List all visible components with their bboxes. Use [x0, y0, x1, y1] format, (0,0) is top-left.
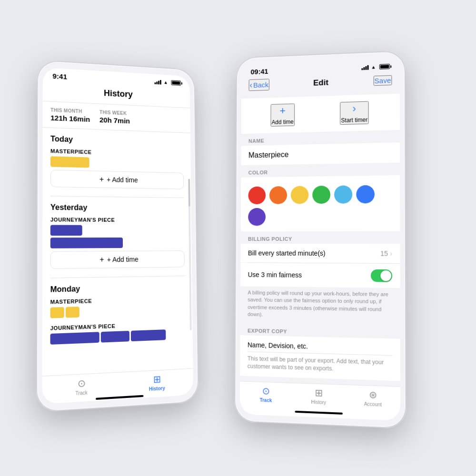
nav-track[interactable]: ⊙ Track — [42, 376, 119, 398]
signal-icon — [155, 79, 161, 84]
today-title: Today — [50, 135, 183, 148]
fairness-label: Use 3 min fairness — [248, 271, 302, 279]
name-field[interactable]: Masterpiece — [241, 142, 400, 165]
start-timer-button[interactable]: › Start timer — [340, 101, 368, 125]
right-wifi-icon: ▲ — [371, 64, 376, 69]
fairness-row: Use 3 min fairness — [240, 263, 400, 288]
bar-monday-1 — [50, 307, 64, 318]
color-purple[interactable] — [248, 208, 266, 226]
color-light-blue[interactable] — [334, 185, 352, 203]
export-field: Name, Devision, etc. This text will be p… — [240, 335, 400, 381]
plus-icon: + — [279, 105, 286, 117]
stat-month-label: THIS MONTH — [50, 108, 90, 115]
export-placeholder[interactable]: Name, Devision, etc. — [248, 341, 392, 352]
right-signal-icon — [361, 65, 368, 70]
toggle-thumb — [380, 270, 391, 281]
bill-per-minute-row[interactable]: Bill every started minute(s) 15 › — [240, 244, 400, 263]
left-phone: 9:41 ▲ History — [36, 60, 199, 413]
scrollbar-thumb[interactable] — [188, 179, 190, 207]
add-icon-yesterday: + — [99, 255, 104, 264]
bill-per-minute-value: 15 › — [380, 249, 392, 257]
name-value: Masterpiece — [248, 150, 289, 159]
action-card: + Add time › Start timer — [241, 93, 400, 134]
nav-history[interactable]: ⊞ History — [119, 372, 193, 394]
track-label: Track — [75, 390, 87, 396]
journeyman-yesterday-label: JOURNEYMAN'S PIECE — [50, 217, 184, 223]
scene: 9:41 ▲ History — [24, 24, 452, 452]
bar-monday-2 — [66, 307, 79, 318]
history-nav-label: History — [149, 386, 165, 392]
right-track-icon: ⊙ — [262, 385, 270, 397]
add-time-action-label: Add time — [272, 119, 294, 126]
color-yellow[interactable] — [291, 186, 309, 204]
right-home-bar — [295, 411, 343, 415]
edit-content: + Add time › Start timer NAME Masterpiec… — [240, 89, 400, 386]
masterpiece-monday-label: MASTERPIECE — [50, 296, 185, 305]
back-chevron-icon: ‹ — [249, 80, 252, 90]
add-icon: + — [99, 175, 104, 184]
billing-note: A billing policy will round up your work… — [240, 286, 400, 326]
monday-title: Monday — [50, 283, 185, 294]
yesterday-title: Yesterday — [50, 203, 184, 213]
stat-week-label: THIS WEEK — [99, 109, 130, 116]
track-icon: ⊙ — [77, 377, 86, 389]
masterpiece-today-bar — [50, 156, 89, 168]
right-history-icon: ⊞ — [315, 387, 323, 399]
journeyman-monday: JOURNEYMAN'S PIECE — [50, 321, 185, 345]
left-status-icons: ▲ — [155, 79, 181, 86]
masterpiece-monday: MASTERPIECE — [50, 296, 186, 320]
right-time: 09:41 — [250, 67, 268, 76]
masterpiece-today-label: MASTERPIECE — [50, 148, 183, 158]
add-time-label-yesterday: + Add time — [107, 256, 139, 264]
history-scroll: Today MASTERPIECE + + Add time Yesterday — [42, 128, 193, 376]
stat-this-month: THIS MONTH 121h 16min — [50, 108, 90, 123]
play-icon: › — [353, 102, 356, 115]
journeyman-bar-2 — [50, 238, 123, 248]
history-title: History — [50, 86, 183, 102]
masterpiece-monday-bars — [50, 304, 186, 320]
color-red[interactable] — [248, 187, 266, 205]
save-button[interactable]: Save — [373, 75, 392, 86]
stat-week-value: 20h 7min — [99, 116, 130, 125]
right-nav-account[interactable]: ⊛ Account — [346, 388, 400, 408]
add-time-yesterday[interactable]: + + Add time — [50, 250, 185, 269]
right-phone: 09:41 ▲ ‹ Ba — [234, 50, 407, 429]
right-nav-track[interactable]: ⊙ Track — [240, 384, 292, 404]
bill-per-minute-label: Bill every started minute(s) — [248, 249, 326, 257]
battery-icon — [171, 80, 181, 86]
color-section — [241, 175, 400, 231]
jbar-2 — [101, 331, 129, 343]
color-circles — [248, 185, 392, 226]
color-green[interactable] — [312, 186, 330, 204]
color-orange[interactable] — [269, 186, 287, 204]
fairness-toggle[interactable] — [371, 269, 392, 282]
export-hint: This text will be part of your export. A… — [248, 355, 393, 375]
right-account-icon: ⊛ — [369, 389, 377, 401]
yesterday-section: Yesterday JOURNEYMAN'S PIECE + + Add tim… — [42, 196, 192, 278]
jbar-1 — [50, 332, 99, 345]
wifi-icon: ▲ — [164, 79, 168, 85]
monday-section: Monday MASTERPIECE JOURNEYMAN'S PIECE — [42, 276, 193, 354]
right-account-label: Account — [364, 401, 382, 407]
color-blue[interactable] — [356, 185, 375, 204]
add-time-button[interactable]: + Add time — [271, 103, 295, 126]
billing-section-label: BILLING POLICY — [241, 231, 400, 244]
edit-title: Edit — [313, 78, 328, 88]
journeyman-bar-1 — [50, 225, 82, 236]
back-button[interactable]: ‹ Back — [249, 79, 270, 91]
start-timer-label: Start timer — [341, 117, 367, 124]
right-phone-screen: 09:41 ▲ ‹ Ba — [240, 58, 401, 421]
right-nav-history[interactable]: ⊞ History — [292, 386, 346, 406]
add-time-label: + Add time — [107, 176, 138, 184]
billing-card: Bill every started minute(s) 15 › Use 3 … — [240, 244, 400, 288]
right-history-label: History — [311, 399, 326, 405]
journeyman-yesterday: JOURNEYMAN'S PIECE + + Add time — [50, 217, 185, 269]
add-time-today[interactable]: + + Add time — [50, 170, 184, 189]
journeyman-monday-bars — [50, 329, 185, 345]
left-phone-screen: 9:41 ▲ History — [42, 68, 193, 404]
right-track-label: Track — [260, 397, 272, 403]
right-battery-icon — [379, 64, 390, 69]
left-time: 9:41 — [52, 72, 67, 81]
masterpiece-today: MASTERPIECE + + Add time — [50, 148, 184, 189]
stat-month-value: 121h 16min — [50, 114, 90, 123]
